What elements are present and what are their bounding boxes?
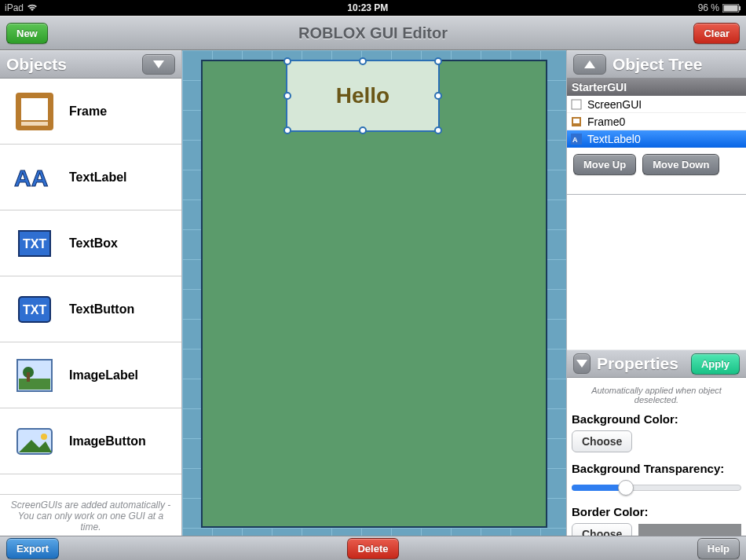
bgtrans-slider[interactable]	[572, 480, 741, 496]
tree-collapse-button[interactable]	[573, 54, 606, 75]
svg-point-18	[41, 434, 47, 440]
status-time: 10:23 PM	[38, 2, 698, 13]
help-button[interactable]: Help	[697, 538, 740, 559]
palette-item-textbox[interactable]: TXT TextBox	[0, 210, 181, 276]
properties-title: Properties	[597, 354, 678, 373]
svg-rect-5	[21, 98, 48, 120]
frame-icon	[14, 91, 55, 132]
resize-handle[interactable]	[434, 126, 442, 134]
properties-panel: Automatically applied when object desele…	[567, 378, 746, 536]
prop-bordercolor-label: Border Color:	[572, 505, 741, 518]
svg-rect-6	[21, 122, 48, 126]
frame-icon	[570, 115, 583, 128]
resize-handle[interactable]	[283, 126, 291, 134]
svg-marker-25	[576, 360, 587, 368]
status-battery-text: 96 %	[698, 2, 719, 13]
palette-label: ImageButton	[69, 434, 146, 448]
bgcolor-swatch	[638, 431, 741, 452]
palette-label: TextLabel	[69, 170, 127, 185]
bottom-toolbar: Export Delete Help	[0, 536, 746, 560]
imagelabel-icon	[14, 355, 55, 396]
delete-button[interactable]: Delete	[347, 538, 398, 559]
properties-hint: Automatically applied when object desele…	[572, 381, 741, 412]
textlabel-icon: A	[570, 133, 583, 145]
svg-marker-3	[153, 60, 164, 68]
canvas-area[interactable]: Hello	[182, 50, 566, 536]
textbox-icon: TXT	[14, 223, 55, 264]
status-carrier: iPad	[5, 2, 24, 13]
bgcolor-choose-button[interactable]: Choose	[572, 430, 632, 452]
resize-handle[interactable]	[359, 126, 367, 134]
objects-panel: Objects Frame AA TextLabel TXT	[0, 50, 182, 536]
battery-icon	[722, 4, 741, 13]
app-title: ROBLOX GUI Editor	[0, 24, 746, 42]
properties-collapse-button[interactable]	[573, 353, 591, 374]
svg-rect-1	[724, 5, 738, 11]
svg-text:TXT: TXT	[23, 237, 46, 251]
clear-button[interactable]: Clear	[693, 23, 740, 44]
resize-handle[interactable]	[359, 57, 367, 65]
wifi-icon	[27, 4, 38, 12]
palette-label: ImageLabel	[69, 368, 138, 382]
svg-rect-20	[572, 100, 581, 109]
apply-button[interactable]: Apply	[691, 353, 740, 375]
new-button[interactable]: New	[6, 23, 48, 44]
resize-handle[interactable]	[283, 57, 291, 65]
svg-rect-2	[739, 6, 741, 10]
resize-handle[interactable]	[283, 92, 291, 100]
prop-bgtrans-label: Background Transparency:	[572, 462, 741, 475]
svg-rect-13	[19, 379, 50, 390]
top-toolbar: New ROBLOX GUI Editor Clear	[0, 16, 746, 50]
textlabel-icon: AA	[14, 157, 55, 198]
tree-node-screengui[interactable]: ScreenGUI	[567, 96, 746, 113]
tree-node-label: ScreenGUI	[587, 98, 642, 111]
svg-marker-19	[584, 60, 595, 68]
bordercolor-swatch	[638, 524, 741, 536]
tree-node-label: TextLabel0	[587, 133, 641, 145]
svg-text:TXT: TXT	[23, 303, 46, 317]
svg-text:AA: AA	[14, 165, 48, 191]
object-tree-title: Object Tree	[613, 55, 702, 74]
resize-handle[interactable]	[434, 92, 442, 100]
resize-handle[interactable]	[434, 57, 442, 65]
move-down-button[interactable]: Move Down	[642, 154, 719, 175]
canvas-textlabel-text: Hello	[287, 61, 438, 130]
ios-status-bar: iPad 10:23 PM 96 %	[0, 0, 746, 16]
svg-rect-15	[27, 372, 30, 382]
palette-item-frame[interactable]: Frame	[0, 79, 181, 145]
bordercolor-choose-button[interactable]: Choose	[572, 523, 632, 536]
objects-title: Objects	[6, 55, 67, 74]
textbutton-icon: TXT	[14, 289, 55, 330]
objects-hint: ScreenGUIs are added automatically - You…	[0, 494, 181, 536]
objects-collapse-button[interactable]	[142, 54, 175, 75]
screengui-icon	[570, 98, 583, 111]
palette-item-imagebutton[interactable]: ImageButton	[0, 408, 181, 474]
palette-item-textbutton[interactable]: TXT TextButton	[0, 276, 181, 342]
tree-node-frame0[interactable]: Frame0	[567, 113, 746, 130]
palette-item-textlabel[interactable]: AA TextLabel	[0, 145, 181, 210]
object-tree: StarterGUI ScreenGUI Frame0 A TextLabel0	[567, 79, 746, 195]
palette-label: TextButton	[69, 302, 134, 317]
move-up-button[interactable]: Move Up	[573, 154, 636, 175]
tree-root[interactable]: StarterGUI	[567, 79, 746, 96]
tree-node-textlabel0[interactable]: A TextLabel0	[567, 130, 746, 148]
svg-rect-22	[573, 119, 580, 123]
tree-node-label: Frame0	[587, 115, 625, 128]
palette-item-imagelabel[interactable]: ImageLabel	[0, 342, 181, 408]
svg-text:A: A	[572, 136, 578, 144]
palette-label: Frame	[69, 104, 107, 119]
palette-label: TextBox	[69, 236, 118, 251]
imagebutton-icon	[14, 421, 55, 462]
prop-bgcolor-label: Background Color:	[572, 412, 741, 426]
export-button[interactable]: Export	[6, 538, 59, 559]
canvas-selected-textlabel[interactable]: Hello	[286, 60, 440, 132]
